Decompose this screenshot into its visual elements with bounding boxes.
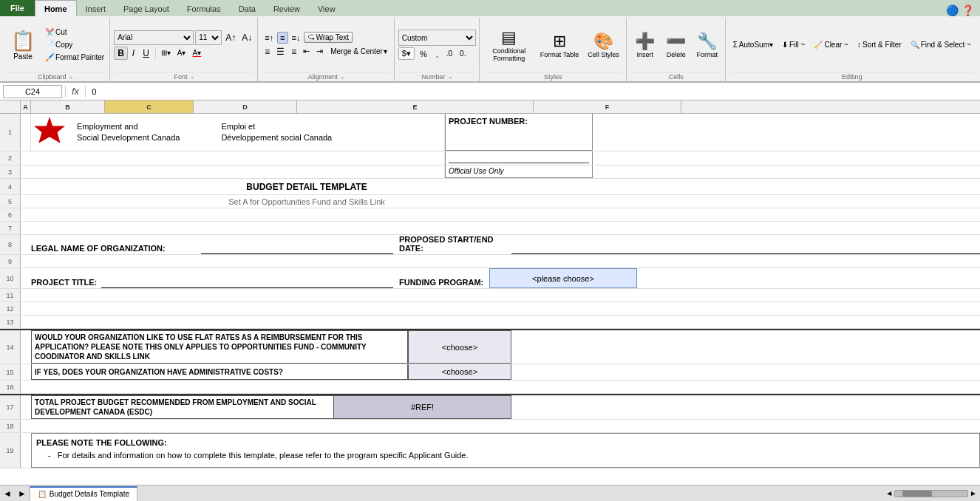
cell-flat-rates-question: WOULD YOUR ORGANIZATION LIKE TO USE FLAT… [31,330,408,364]
sheet-tab-budget[interactable]: 📋 Budget Details Template [30,486,137,501]
increase-font-button[interactable]: A↑ [223,32,238,44]
currency-button[interactable]: $▾ [398,47,415,60]
sort-filter-button[interactable]: ↕ Sort & Filter [854,39,905,50]
cell-admin-costs-choose[interactable]: <choose> [408,364,511,380]
wrap-text-button[interactable]: ⮎ Wrap Text [304,32,353,43]
increase-decimal-button[interactable]: .0 [443,48,455,59]
table-row: 3 Official Use Only [0,166,980,179]
sheet-nav-next[interactable]: ► [15,488,30,499]
minimize-icon[interactable]: 🔵 [946,4,959,16]
table-row: 12 [0,302,980,316]
merge-center-button[interactable]: Merge & Center ▾ [327,46,391,57]
cell-b1[interactable]: Employment and Social Development Canada… [31,114,445,151]
cell-admin-costs-question: IF YES, DOES YOUR ORGANIZATION HAVE ADMI… [31,364,408,380]
insert-cells-button[interactable]: ➕ Insert [630,24,660,67]
cell-f3: Official Use Only [445,166,593,178]
decrease-decimal-button[interactable]: 0. [457,48,469,59]
cell-b17 [21,395,31,419]
scroll-right-icon[interactable]: ► [970,489,977,497]
align-bottom-button[interactable]: ≡↓ [289,32,304,44]
cell-b19 [21,433,31,468]
format-cells-button[interactable]: 🔧 Format [693,24,722,67]
help-icon[interactable]: ❓ [962,4,974,16]
table-row: 10 PROJECT TITLE: FUNDING PROGRAM: <plea… [0,268,980,289]
col-header-a[interactable]: A [21,100,31,113]
paste-icon: 📋 [11,30,35,52]
decrease-indent-button[interactable]: ⇤ [300,45,313,58]
row-num-13: 13 [0,316,21,328]
spreadsheet: A B C D E F 1 Employment and Social [0,100,980,501]
fill-button[interactable]: ⬇ Fill ~ [778,39,809,50]
number-format-select[interactable]: Custom [398,30,476,46]
format-table-button[interactable]: ⊞ Format Table [537,24,582,67]
tab-view[interactable]: View [309,1,344,16]
tab-insert[interactable]: Insert [77,1,115,16]
cell-org-name-input[interactable] [201,235,393,254]
font-name-select[interactable]: Arial [114,30,194,45]
clear-button[interactable]: 🧹 Clear ~ [810,39,852,50]
copy-button[interactable]: 📄 Copy [43,39,106,50]
align-middle-button[interactable]: ≡ [277,32,287,44]
cell-f1[interactable]: PROJECT NUMBER: [445,114,593,151]
sheet-nav-prev[interactable]: ◄ [0,488,15,499]
cell-reference-box[interactable] [3,85,62,98]
paste-button[interactable]: 📋 Paste [4,24,41,67]
formula-bar: fx [0,83,980,100]
cell-styles-icon: 🎨 [593,32,613,51]
table-row: 6 [0,208,980,222]
tab-home[interactable]: Home [35,0,77,16]
cell-f2[interactable] [445,151,593,165]
col-header-b[interactable]: B [31,100,105,113]
fill-color-button[interactable]: A▾ [174,47,189,58]
border-button[interactable]: ⊞▾ [158,47,174,58]
cell-date-label: PROPOSED START/END DATE: [393,235,511,254]
tab-page-layout[interactable]: Page Layout [115,1,178,16]
tab-review[interactable]: Review [265,1,309,16]
tab-data[interactable]: Data [230,1,265,16]
find-select-button[interactable]: 🔍 Find & Select ~ [907,39,975,50]
font-color-button[interactable]: A▾ [190,47,205,58]
bold-button[interactable]: B [114,47,128,60]
align-left-button[interactable]: ≡ [262,45,273,58]
align-right-button[interactable]: ≡ [288,45,299,58]
row-num-9: 9 [0,255,21,267]
cut-icon: ✂️ [45,28,54,36]
horizontal-scrollbar[interactable]: ◄ ► [882,489,980,497]
italic-button[interactable]: I [129,47,138,60]
delete-cells-button[interactable]: ➖ Delete [661,24,691,67]
cell-a1[interactable] [21,114,31,151]
decrease-font-button[interactable]: A↓ [239,32,254,44]
tab-file[interactable]: File [0,0,35,16]
format-painter-button[interactable]: 🖌️ Format Painter [43,52,106,63]
align-top-button[interactable]: ≡↑ [262,32,276,44]
col-header-d[interactable]: D [194,100,297,113]
col-header-c[interactable]: C [105,100,194,113]
cell-funding-dropdown[interactable]: <please choose> [489,268,637,288]
scroll-left-icon[interactable]: ◄ [885,489,893,497]
col-header-f[interactable]: F [534,100,681,113]
cell-flat-rates-choose[interactable]: <choose> [408,330,511,364]
align-center-button[interactable]: ☰ [273,45,287,58]
cell-date-input[interactable] [511,235,980,254]
row-num-1: 1 [0,114,21,151]
table-row: 16 [0,381,980,394]
tab-formulas[interactable]: Formulas [178,1,230,16]
cut-button[interactable]: ✂️ Cut [43,27,106,38]
cell-styles-button[interactable]: 🎨 Cell Styles [584,24,623,67]
col-header-e[interactable]: E [297,100,534,113]
cell-b10 [21,268,31,288]
conditional-formatting-button[interactable]: ▤ Conditional Formatting [483,24,535,67]
column-headers: A B C D E F [0,100,980,114]
underline-button[interactable]: U [139,47,153,60]
find-icon: 🔍 [911,41,919,49]
percent-button[interactable]: % [416,48,431,60]
row-num-8: 8 [0,235,21,254]
increase-indent-button[interactable]: ⇥ [313,45,326,58]
table-row: 15 IF YES, DOES YOUR ORGANIZATION HAVE A… [0,364,980,381]
cell-project-title-input[interactable] [101,268,393,288]
formula-input[interactable] [89,85,977,98]
comma-button[interactable]: , [432,48,442,60]
font-size-select[interactable]: 11 [195,30,222,45]
autosum-button[interactable]: Σ AutoSum ▾ [729,39,777,50]
row-num-5: 5 [0,195,21,208]
